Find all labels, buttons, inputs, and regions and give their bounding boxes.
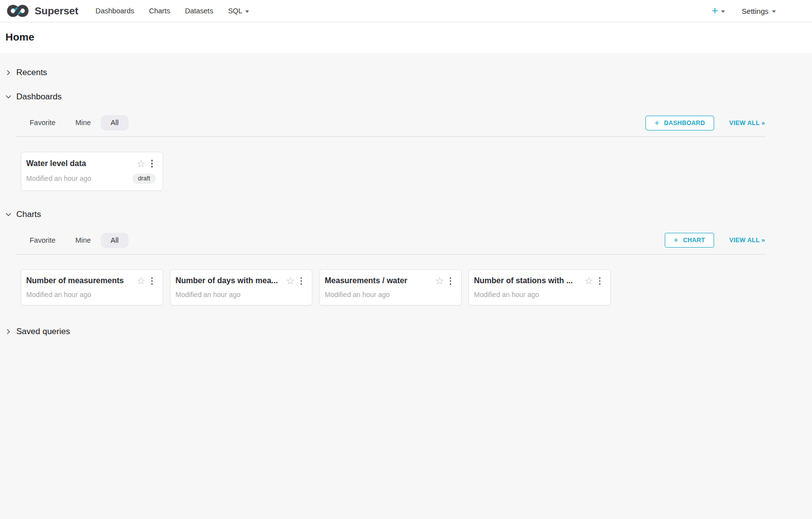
- modified-timestamp: Modified an hour ago: [26, 291, 91, 299]
- add-chart-label: CHART: [683, 237, 705, 244]
- chevron-down-icon: [5, 211, 12, 218]
- kebab-menu-icon[interactable]: [148, 158, 156, 169]
- section-saved-queries-toggle[interactable]: Saved queries: [5, 327, 765, 337]
- section-dashboards: Dashboards Favorite Mine All + DASHBOARD…: [5, 92, 765, 191]
- chevron-down-icon: [772, 10, 776, 13]
- main-menu: Dashboards Charts Datasets SQL: [88, 7, 256, 15]
- section-divider: [15, 254, 765, 255]
- tab-mine[interactable]: Mine: [65, 115, 100, 130]
- modified-timestamp: Modified an hour ago: [175, 291, 241, 299]
- section-title-dashboards: Dashboards: [16, 92, 62, 102]
- superset-logo-icon: [6, 3, 31, 18]
- nav-sql[interactable]: SQL: [220, 7, 256, 15]
- section-divider: [15, 136, 765, 137]
- modified-timestamp: Modified an hour ago: [325, 291, 390, 299]
- charts-cards: Number of measurements ☆ Modified an hou…: [21, 269, 765, 306]
- tab-all[interactable]: All: [101, 233, 128, 248]
- superset-logo[interactable]: Superset: [6, 3, 78, 18]
- chart-card-title[interactable]: Number of measurements: [26, 276, 133, 285]
- section-charts: Charts Favorite Mine All + CHART VIEW AL…: [5, 210, 765, 306]
- nav-datasets[interactable]: Datasets: [177, 7, 220, 15]
- chevron-down-icon: [5, 93, 12, 100]
- chevron-right-icon: [5, 328, 12, 335]
- new-item-button[interactable]: +: [712, 5, 725, 16]
- view-all-dashboards-link[interactable]: VIEW ALL »: [729, 120, 765, 127]
- chart-card[interactable]: Number of days with mea... ☆ Modified an…: [170, 269, 312, 306]
- brand-name: Superset: [35, 5, 78, 17]
- home-content: Recents Dashboards Favorite Mine All + D…: [0, 53, 812, 337]
- view-all-charts-link[interactable]: VIEW ALL »: [729, 237, 765, 244]
- modified-timestamp: Modified an hour ago: [474, 291, 539, 299]
- chevron-down-icon: [245, 10, 249, 13]
- section-title-recents: Recents: [16, 68, 47, 78]
- dashboard-card-title[interactable]: Water level data: [26, 159, 133, 168]
- chart-card-title[interactable]: Number of stations with ...: [474, 276, 581, 285]
- chart-card-title[interactable]: Measurements / water: [325, 276, 431, 285]
- status-badge: draft: [132, 173, 156, 184]
- modified-timestamp: Modified an hour ago: [26, 174, 91, 182]
- nav-charts[interactable]: Charts: [141, 7, 177, 15]
- add-chart-button[interactable]: + CHART: [665, 233, 714, 248]
- favorite-star-icon[interactable]: ☆: [286, 276, 295, 286]
- chevron-down-icon: [721, 10, 725, 13]
- settings-menu[interactable]: Settings: [742, 7, 776, 15]
- plus-icon: +: [674, 236, 679, 244]
- favorite-star-icon[interactable]: ☆: [137, 276, 146, 286]
- page-title: Home: [5, 31, 812, 43]
- add-dashboard-button[interactable]: + DASHBOARD: [645, 116, 714, 130]
- title-band: Home: [0, 23, 812, 53]
- dashboard-card[interactable]: Water level data ☆ Modified an hour ago …: [21, 152, 163, 191]
- plus-icon: +: [712, 5, 718, 16]
- chevron-right-icon: [5, 69, 12, 76]
- dashboards-submenu: Favorite Mine All + DASHBOARD VIEW ALL »: [5, 115, 765, 130]
- favorite-star-icon[interactable]: ☆: [137, 159, 146, 169]
- tab-all[interactable]: All: [101, 115, 128, 130]
- chart-card[interactable]: Measurements / water ☆ Modified an hour …: [319, 269, 462, 306]
- chart-card[interactable]: Number of stations with ... ☆ Modified a…: [469, 269, 611, 306]
- kebab-menu-icon[interactable]: [148, 276, 156, 287]
- settings-label: Settings: [742, 7, 769, 15]
- dashboards-tabs: Favorite Mine All: [20, 115, 128, 130]
- section-recents-toggle[interactable]: Recents: [5, 68, 765, 78]
- plus-icon: +: [654, 119, 659, 127]
- section-title-charts: Charts: [16, 210, 41, 219]
- favorite-star-icon[interactable]: ☆: [585, 276, 594, 286]
- chart-card[interactable]: Number of measurements ☆ Modified an hou…: [21, 269, 163, 306]
- tab-mine[interactable]: Mine: [65, 233, 100, 248]
- nav-sql-label: SQL: [228, 7, 242, 15]
- charts-submenu: Favorite Mine All + CHART VIEW ALL »: [5, 233, 765, 248]
- kebab-menu-icon[interactable]: [298, 276, 305, 287]
- favorite-star-icon[interactable]: ☆: [435, 276, 444, 286]
- chart-card-title[interactable]: Number of days with mea...: [175, 276, 282, 285]
- tab-favorite[interactable]: Favorite: [20, 233, 65, 248]
- section-dashboards-toggle[interactable]: Dashboards: [5, 92, 765, 102]
- dashboards-cards: Water level data ☆ Modified an hour ago …: [21, 152, 765, 191]
- section-charts-toggle[interactable]: Charts: [5, 210, 765, 219]
- top-nav: Superset Dashboards Charts Datasets SQL …: [0, 0, 812, 23]
- kebab-menu-icon[interactable]: [447, 276, 455, 287]
- section-title-saved-queries: Saved queries: [16, 327, 70, 337]
- kebab-menu-icon[interactable]: [596, 276, 604, 287]
- tab-favorite[interactable]: Favorite: [20, 115, 65, 130]
- add-dashboard-label: DASHBOARD: [664, 120, 705, 127]
- nav-dashboards[interactable]: Dashboards: [88, 7, 141, 15]
- charts-tabs: Favorite Mine All: [20, 233, 128, 248]
